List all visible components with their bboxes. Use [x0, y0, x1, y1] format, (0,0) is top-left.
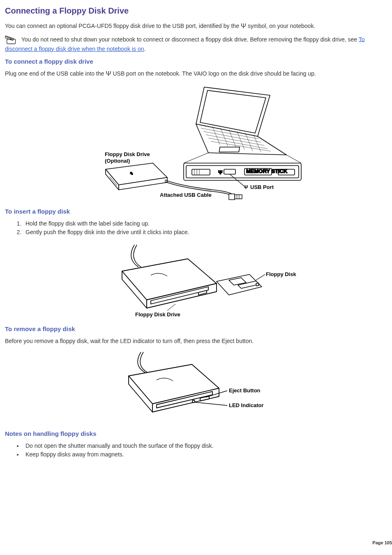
svg-line-15 [184, 153, 208, 163]
note-text-pre: You do not need to shut down your notebo… [21, 36, 359, 42]
svg-text:✎: ✎ [129, 171, 133, 176]
figure-insert-disk: Floppy Disk Drive Floppy Disk [93, 242, 299, 320]
svg-rect-31 [229, 194, 235, 200]
usb-symbol-icon: Ψ [241, 23, 246, 30]
svg-line-1 [6, 37, 12, 39]
remove-paragraph: Before you remove a floppy disk, wait fo… [5, 337, 387, 345]
connect-text-post: USB port on the notebook. The VAIO logo … [113, 70, 316, 77]
svg-line-38 [256, 274, 265, 280]
notes-item-1: Do not open the shutter manually and tou… [23, 442, 387, 450]
figure-remove-disk: Eject Button LED Indicator [106, 350, 286, 424]
intro-paragraph: You can connect an optional PCGA-UFD5 fl… [5, 22, 387, 30]
svg-rect-36 [256, 283, 259, 286]
insert-step-1: Hold the floppy disk with the label side… [23, 220, 387, 228]
svg-text:Ψ: Ψ [218, 169, 223, 175]
pencil-note-icon [5, 35, 18, 45]
connect-text-pre: Plug one end of the USB cable into the [5, 70, 106, 77]
svg-line-16 [286, 155, 301, 163]
svg-line-37 [167, 304, 175, 311]
page-number: Page 105 [372, 540, 392, 546]
intro-text-pre: You can connect an optional PCGA-UFD5 fl… [5, 23, 241, 29]
heading-notes: Notes on handling floppy disks [5, 429, 387, 438]
fig1-usb-port-label: USB Port [250, 184, 274, 190]
notes-item-2: Keep floppy disks away from magnets. [23, 451, 387, 459]
note-text-post: . [144, 46, 146, 52]
svg-line-41 [194, 402, 227, 405]
fig1-drive-label-l2: (Optional) [105, 158, 130, 164]
connect-paragraph: Plug one end of the USB cable into the Ψ… [5, 70, 387, 78]
fig1-drive-label-l1: Floppy Disk Drive [105, 151, 150, 157]
heading-insert: To insert a floppy disk [5, 207, 387, 216]
intro-text-post: symbol, on your notebook. [248, 23, 315, 29]
page-title: Connecting a Floppy Disk Drive [5, 5, 387, 16]
fig1-cable-label: Attached USB Cable [160, 192, 212, 198]
usb-symbol-icon: Ψ [106, 71, 111, 77]
fig2-drive-label: Floppy Disk Drive [135, 311, 180, 318]
svg-rect-32 [235, 195, 242, 199]
notes-list: Do not open the shutter manually and tou… [5, 442, 387, 459]
heading-remove: To remove a floppy disk [5, 325, 387, 333]
fig2-disk-label: Floppy Disk [266, 271, 296, 277]
figure-connect-drive: Ψ MEMORY STICK Ψ USB Port ✎ Floppy Disk … [81, 83, 311, 202]
note-paragraph: You do not need to shut down your notebo… [5, 35, 387, 53]
insert-steps-list: Hold the floppy disk with the label side… [5, 220, 387, 237]
fig3-led-label: LED Indicator [229, 402, 264, 408]
fig3-eject-label: Eject Button [229, 387, 261, 394]
svg-text:Ψ: Ψ [244, 184, 248, 190]
heading-connect: To connect a floppy disk drive [5, 57, 387, 66]
svg-rect-14 [219, 147, 240, 152]
insert-step-2: Gently push the floppy disk into the dri… [23, 228, 387, 237]
